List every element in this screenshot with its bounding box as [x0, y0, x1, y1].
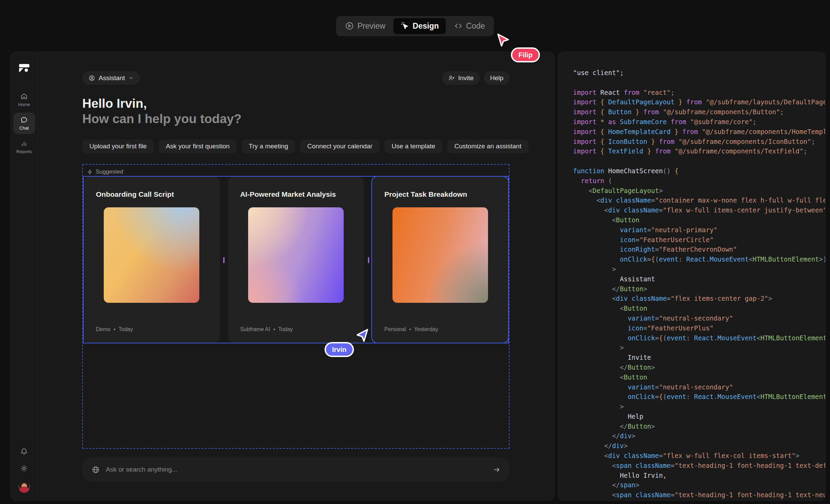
greeting: Hello Irvin, How can I help you today? [82, 96, 510, 127]
card-title: AI-Powered Market Analysis [240, 190, 352, 198]
code-line: "use client"; [573, 68, 825, 78]
bullet-separator: • [409, 326, 411, 332]
card-meta: Personal • Yesterday [384, 326, 496, 332]
code-line: <Button [573, 303, 825, 313]
invite-button[interactable]: Invite [442, 71, 480, 85]
bell-icon [20, 448, 28, 456]
help-button[interactable]: Help [484, 71, 510, 85]
sidebar-item-reports-label: Reports [16, 149, 32, 154]
suggested-section: Suggested Onboarding Call Script Demo • … [82, 164, 510, 449]
code-line: <span className="text-heading-1 font-hea… [573, 490, 825, 500]
card-project-task-breakdown[interactable]: Project Task Breakdown Personal • Yester… [372, 177, 508, 343]
workspace: Home Chat Reports [11, 52, 826, 501]
view-mode-switcher: Preview Design Code [336, 16, 493, 36]
code-line: <Button [573, 215, 825, 225]
sidebar-item-home[interactable]: Home [13, 89, 35, 110]
code-line: </span> [573, 480, 825, 490]
chip-try-meeting[interactable]: Try a meeting [242, 139, 295, 153]
code-line: <div className="container max-w-none fle… [573, 195, 825, 205]
topbar: Preview Design Code [0, 0, 830, 52]
card-title: Onboarding Call Script [96, 190, 208, 198]
chip-connect-calendar[interactable]: Connect your calendar [300, 139, 380, 153]
sidebar-item-home-label: Home [18, 102, 30, 107]
card-meta: Demo • Today [96, 326, 208, 332]
chip-first-question[interactable]: Ask your first question [159, 139, 237, 153]
tab-preview[interactable]: Preview [338, 18, 392, 34]
code-line: <div className="flex items-center gap-2"… [573, 294, 825, 303]
settings-button[interactable] [20, 464, 28, 472]
tab-preview-label: Preview [357, 21, 385, 31]
card-meta: Subframe AI • Today [240, 326, 352, 332]
code-line: import * as SubframeCore from "@subframe… [573, 117, 825, 127]
greeting-line2: How can I help you today? [82, 111, 510, 127]
code-line: import { TextField } from "@/subframe/co… [573, 146, 825, 156]
invite-button-label: Invite [458, 74, 474, 82]
play-circle-icon [345, 21, 354, 30]
code-line: import { DefaultPageLayout } from "@/sub… [573, 97, 825, 107]
assistant-dropdown-button[interactable]: Assistant [82, 71, 140, 85]
chip-use-template[interactable]: Use a template [384, 139, 442, 153]
code-line: </div> [573, 431, 825, 441]
chip-customize-assistant[interactable]: Customize an assistant [447, 139, 528, 153]
code-line: <div className="flex w-full flex-col ite… [573, 451, 825, 461]
chat-icon [20, 116, 28, 124]
code-line: > [573, 343, 825, 353]
tab-design[interactable]: Design [393, 18, 446, 34]
card-onboarding-call-script[interactable]: Onboarding Call Script Demo • Today [84, 177, 220, 343]
tab-code[interactable]: Code [447, 18, 492, 34]
app-sidebar: Home Chat Reports [11, 52, 38, 500]
code-line: icon="FeatherUserCircle" [573, 235, 825, 245]
code-line: Hello Irvin, [573, 471, 825, 480]
greeting-line1: Hello Irvin, [82, 96, 510, 111]
sidebar-item-reports[interactable]: Reports [13, 136, 35, 158]
code-line: icon="FeatherUserPlus" [573, 323, 825, 333]
code-line: Invite [573, 353, 825, 362]
code-line: variant="neutral-primary" [573, 225, 825, 235]
home-icon [20, 92, 28, 100]
card-gradient-thumbnail [392, 207, 488, 303]
gap-indicator [223, 257, 225, 263]
sidebar-item-chat-label: Chat [19, 125, 29, 131]
tab-code-label: Code [466, 21, 485, 31]
gear-icon [20, 464, 28, 472]
chevron-down-icon [128, 75, 134, 81]
code-line: > [573, 402, 825, 412]
code-lines: "use client"; import React from "react";… [573, 68, 825, 500]
template-cards-row: Onboarding Call Script Demo • Today AI-P… [83, 176, 509, 343]
card-gradient-thumbnail [248, 207, 344, 303]
code-line: onClick={(event: React.MouseEvent<HTMLBu… [573, 392, 825, 402]
subframe-logo-icon [18, 62, 30, 74]
code-line: </Button> [573, 421, 825, 431]
code-line: Help [573, 412, 825, 421]
design-cursor-icon [400, 21, 409, 30]
code-line: import { Button } from "@/subframe/compo… [573, 107, 825, 117]
chat-screen: Assistant Invite Help Hello Ir [38, 52, 554, 500]
arrow-right-icon[interactable] [493, 466, 501, 474]
notifications-button[interactable] [20, 448, 28, 456]
code-line: <DefaultPageLayout> [573, 186, 825, 196]
code-line: <div className="flex w-full items-center… [573, 205, 825, 215]
code-line [573, 78, 825, 88]
code-line [573, 156, 825, 166]
suggested-label: Suggested [83, 165, 509, 176]
gap-indicator [368, 257, 369, 263]
card-title: Project Task Breakdown [384, 190, 496, 198]
code-line: return ( [573, 176, 825, 186]
card-gradient-thumbnail [104, 207, 199, 303]
search-input[interactable] [106, 466, 487, 473]
card-ai-market-analysis[interactable]: AI-Powered Market Analysis Subframe AI •… [228, 177, 364, 343]
user-avatar[interactable] [18, 481, 30, 493]
sidebar-item-chat[interactable]: Chat [13, 113, 35, 134]
chip-upload-file[interactable]: Upload your first file [82, 139, 154, 153]
code-line: function HomeChatScreen() { [573, 166, 825, 176]
bullet-separator: • [114, 326, 116, 332]
globe-icon [92, 466, 100, 474]
chat-header: Assistant Invite Help [82, 71, 510, 85]
assistant-dropdown-label: Assistant [99, 74, 125, 82]
code-line: iconRight="FeatherChevronDown" [573, 244, 825, 254]
code-line: </div> [573, 441, 825, 451]
code-line: import { HomeTemplateCard } from "@/subf… [573, 127, 825, 137]
code-panel[interactable]: "use client"; import React from "react";… [558, 52, 826, 501]
zap-icon [87, 169, 93, 175]
user-plus-icon [448, 75, 455, 81]
